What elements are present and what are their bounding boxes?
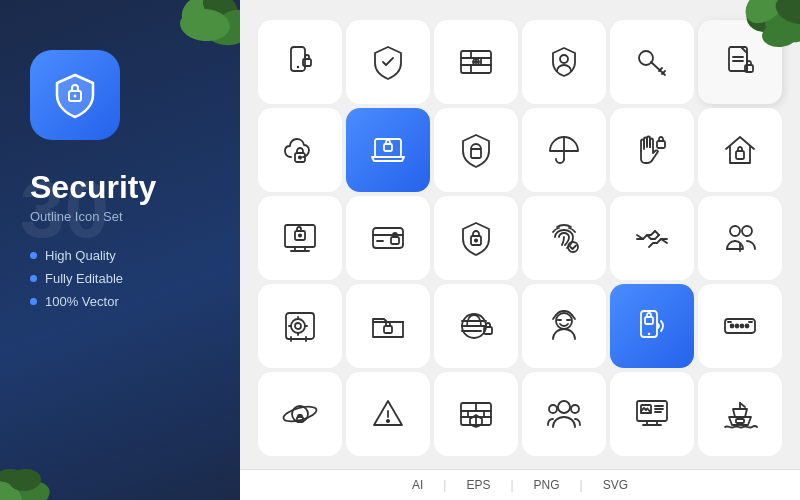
icons-row-3 <box>258 196 782 280</box>
icons-row-2 <box>258 108 782 192</box>
svg-point-29 <box>560 55 568 63</box>
plant-top-decoration <box>155 0 240 80</box>
feature-item-1: High Quality <box>30 248 123 263</box>
svg-point-88 <box>741 325 744 328</box>
icon-fingerprint <box>522 196 606 280</box>
features-list: High Quality Fully Editable 100% Vector <box>30 248 123 317</box>
icon-password <box>698 284 782 368</box>
svg-rect-44 <box>657 141 665 148</box>
icon-shield-lock-center <box>434 196 518 280</box>
icon-globe-lock <box>434 284 518 368</box>
icon-cloud-lock <box>258 108 342 192</box>
svg-point-87 <box>736 325 739 328</box>
icons-row-4 <box>258 284 782 368</box>
svg-point-86 <box>731 325 734 328</box>
icon-hand-lock <box>610 108 694 192</box>
svg-point-60 <box>742 226 752 236</box>
format-eps: EPS <box>466 478 490 492</box>
icon-home-lock <box>698 108 782 192</box>
icon-hacker <box>522 284 606 368</box>
icon-wall-shield <box>434 372 518 456</box>
svg-rect-41 <box>384 144 392 151</box>
icon-monitor-lock <box>258 196 342 280</box>
svg-rect-84 <box>645 317 653 324</box>
icon-phone-lock <box>258 20 342 104</box>
icons-row-5 <box>258 372 782 456</box>
icon-umbrella <box>522 108 606 192</box>
svg-point-38 <box>299 156 301 158</box>
svg-point-104 <box>558 401 570 413</box>
svg-rect-55 <box>391 237 399 244</box>
main-app-icon <box>30 50 120 140</box>
icon-card-lock <box>346 196 430 280</box>
icon-safe <box>258 284 342 368</box>
format-svg: SVG <box>603 478 628 492</box>
divider-3: | <box>580 478 583 492</box>
icon-user-shield <box>522 20 606 104</box>
feature-item-3: 100% Vector <box>30 294 123 309</box>
icon-ship <box>698 372 782 456</box>
svg-point-62 <box>291 319 305 333</box>
left-panel: 30 Security Outline Icon Set High Qualit… <box>0 0 240 500</box>
svg-point-57 <box>475 239 477 241</box>
icon-folder-lock <box>346 284 430 368</box>
svg-point-51 <box>299 234 301 236</box>
svg-rect-42 <box>471 149 481 158</box>
svg-point-59 <box>730 226 740 236</box>
svg-point-106 <box>571 405 579 413</box>
main-title: Security <box>30 170 156 205</box>
svg-point-96 <box>387 420 389 422</box>
feature-item-2: Fully Editable <box>30 271 123 286</box>
icon-shield-check <box>346 20 430 104</box>
svg-rect-71 <box>384 326 392 333</box>
subtitle: Outline Icon Set <box>30 209 156 224</box>
icon-monitor-display <box>610 372 694 456</box>
icon-planet <box>258 372 342 456</box>
icon-users-shield <box>698 196 782 280</box>
svg-rect-45 <box>736 151 744 159</box>
divider-2: | <box>510 478 513 492</box>
format-ai: AI <box>412 478 423 492</box>
footer-bar: AI | EPS | PNG | SVG <box>240 469 800 500</box>
icon-firewall <box>434 20 518 104</box>
svg-rect-116 <box>736 419 744 423</box>
plant-top-right-corner <box>715 0 800 85</box>
icon-warning <box>346 372 430 456</box>
format-png: PNG <box>534 478 560 492</box>
divider-1: | <box>443 478 446 492</box>
svg-rect-39 <box>375 139 401 157</box>
icon-handshake <box>610 196 694 280</box>
icon-laptop-lock <box>346 108 430 192</box>
title-block: Security Outline Icon Set <box>30 170 156 224</box>
svg-point-63 <box>295 323 301 329</box>
svg-point-11 <box>74 95 77 98</box>
svg-line-31 <box>659 68 662 71</box>
icon-phone-touch-lock <box>610 284 694 368</box>
svg-point-89 <box>746 325 749 328</box>
right-panel: AI | EPS | PNG | SVG <box>240 0 800 500</box>
icon-shield-protection <box>434 108 518 192</box>
icons-row-1 <box>258 20 782 104</box>
svg-point-105 <box>549 405 557 413</box>
plant-bottom-decoration <box>0 430 70 500</box>
icon-users-group <box>522 372 606 456</box>
icon-key <box>610 20 694 104</box>
